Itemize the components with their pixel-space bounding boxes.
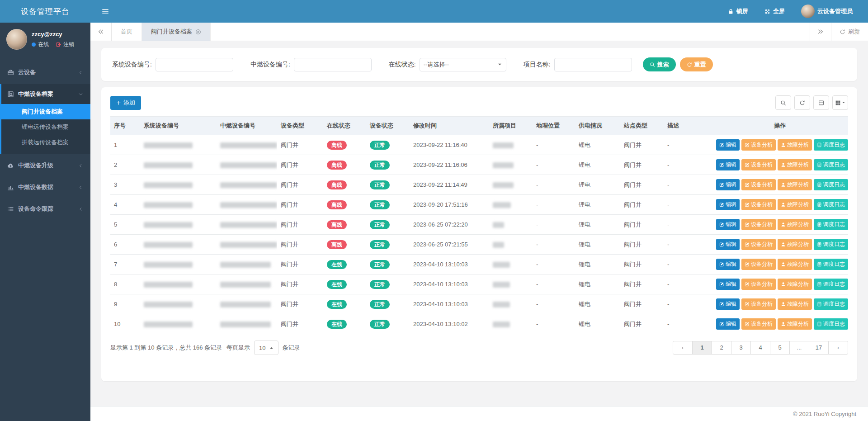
cell-station-type: 阀门井 (620, 135, 664, 155)
dispatch-log-button[interactable]: 调度日志 (814, 139, 848, 151)
online-status-select[interactable]: --请选择-- (420, 58, 506, 71)
cell-device-type: 阀门井 (277, 294, 323, 314)
prev-page-button[interactable]: ‹ (673, 341, 693, 355)
tabs-scroll-right-button[interactable] (810, 23, 831, 41)
device-analysis-button[interactable]: 设备分析 (741, 259, 776, 270)
edit-button[interactable]: 编辑 (716, 159, 740, 170)
user-menu[interactable]: 云设备管理员 (801, 5, 853, 18)
avatar[interactable] (6, 29, 27, 50)
cell-index: 6 (110, 235, 140, 255)
cell-index: 10 (110, 314, 140, 334)
redacted-project (493, 242, 504, 248)
fault-analysis-button[interactable]: 故障分析 (778, 259, 812, 270)
sidebar-item-label: 中燃设备数据 (18, 183, 74, 191)
dispatch-log-button[interactable]: 调度日志 (814, 239, 848, 250)
redacted-zr-device-no (220, 282, 271, 288)
sidebar-toggle-button[interactable] (101, 7, 109, 15)
toolbar-search-button[interactable] (775, 95, 791, 110)
fault-analysis-button[interactable]: 故障分析 (778, 318, 812, 330)
edit-icon (719, 182, 724, 187)
reset-button[interactable]: 重置 (680, 57, 713, 71)
redacted-system-device-no (144, 282, 193, 288)
tab-home[interactable]: 首页 (112, 23, 142, 41)
dispatch-log-button[interactable]: 调度日志 (814, 259, 848, 270)
tabs-scroll-left-button[interactable] (90, 23, 112, 41)
page-size-select[interactable]: 10 (254, 341, 278, 355)
dispatch-log-button[interactable]: 调度日志 (814, 159, 848, 170)
redacted-project (493, 222, 504, 228)
fault-analysis-button[interactable]: 故障分析 (778, 298, 812, 310)
device-analysis-button[interactable]: 设备分析 (741, 298, 776, 310)
tab-refresh-button[interactable]: 刷新 (831, 23, 868, 41)
fault-analysis-button[interactable]: 故障分析 (778, 199, 812, 210)
cell-description: - (664, 294, 712, 314)
project-name-input[interactable] (554, 58, 632, 71)
dispatch-log-button[interactable]: 调度日志 (814, 298, 848, 310)
edit-button[interactable]: 编辑 (716, 279, 740, 290)
dispatch-log-button[interactable]: 调度日志 (814, 318, 848, 330)
sidebar-item-cloud-device[interactable]: 云设备 (0, 62, 90, 82)
page-button-1[interactable]: 1 (692, 341, 712, 355)
next-page-button[interactable]: › (828, 341, 848, 355)
toolbar-toggle-view-button[interactable] (813, 95, 829, 110)
device-analysis-button[interactable]: 设备分析 (741, 159, 776, 170)
page-button-2[interactable]: 2 (712, 341, 731, 355)
fault-analysis-button[interactable]: 故障分析 (778, 179, 812, 190)
device-analysis-button[interactable]: 设备分析 (741, 199, 776, 210)
redacted-project (493, 322, 510, 327)
device-analysis-button[interactable]: 设备分析 (741, 139, 776, 151)
page-footer: © 2021 RuoYi Copyright (90, 406, 868, 421)
fullscreen-button[interactable]: 全屏 (764, 7, 785, 15)
device-analysis-button[interactable]: 设备分析 (741, 318, 776, 330)
edit-button[interactable]: 编辑 (716, 139, 740, 151)
edit-icon (719, 322, 724, 326)
tab-valve-well-archive[interactable]: 阀门井设备档案 (142, 23, 211, 41)
dispatch-log-button[interactable]: 调度日志 (814, 199, 848, 210)
logout-button[interactable]: 注销 (56, 41, 74, 48)
device-analysis-button[interactable]: 设备分析 (741, 239, 776, 250)
file-icon (817, 242, 822, 247)
dispatch-log-button[interactable]: 调度日志 (814, 179, 848, 190)
device-analysis-button[interactable]: 设备分析 (741, 179, 776, 190)
cell-description: - (664, 235, 712, 255)
sidebar-item-device-command-trace[interactable]: 设备命令跟踪 (0, 199, 90, 219)
lock-screen-button[interactable]: 锁屏 (728, 7, 748, 15)
sidebar-item-zr-device-upgrade[interactable]: 中燃设备升级 (0, 156, 90, 175)
sidebar-subitem-assembled-remote-device-archive[interactable]: 拼装远传设备档案 (1, 135, 90, 150)
sidebar-item-zr-device-archive[interactable]: 中燃设备档案 (1, 84, 90, 104)
search-button[interactable]: 搜索 (643, 57, 676, 71)
add-button[interactable]: 添加 (110, 96, 141, 110)
page-button-4[interactable]: 4 (750, 341, 770, 355)
device-analysis-button[interactable]: 设备分析 (741, 279, 776, 290)
fault-analysis-button[interactable]: 故障分析 (778, 139, 812, 151)
toolbar-refresh-button[interactable] (794, 95, 810, 110)
fault-analysis-button[interactable]: 故障分析 (778, 159, 812, 170)
dispatch-log-button[interactable]: 调度日志 (814, 279, 848, 290)
edit-button[interactable]: 编辑 (716, 179, 740, 190)
edit-button[interactable]: 编辑 (716, 219, 740, 230)
card-view-icon (818, 100, 824, 106)
toolbar-columns-button[interactable] (832, 95, 848, 110)
edit-button[interactable]: 编辑 (716, 199, 740, 210)
edit-button[interactable]: 编辑 (716, 318, 740, 330)
tab-close-icon[interactable] (195, 29, 201, 35)
dispatch-log-button[interactable]: 调度日志 (814, 219, 848, 230)
fault-analysis-button[interactable]: 故障分析 (778, 219, 812, 230)
sidebar-subitem-lithium-remote-device-archive[interactable]: 锂电远传设备档案 (1, 119, 90, 135)
list-icon (7, 206, 14, 213)
device-analysis-button[interactable]: 设备分析 (741, 219, 776, 230)
zr-device-no-input[interactable] (294, 58, 372, 71)
edit-button[interactable]: 编辑 (716, 259, 740, 270)
sidebar-subitem-valve-well-device-archive[interactable]: 阀门井设备档案 (1, 104, 90, 119)
edit-button[interactable]: 编辑 (716, 239, 740, 250)
system-device-no-input[interactable] (156, 58, 233, 71)
fault-analysis-button[interactable]: 故障分析 (778, 239, 812, 250)
page-button-3[interactable]: 3 (731, 341, 751, 355)
sidebar-item-zr-device-data[interactable]: 中燃设备数据 (0, 177, 90, 197)
page-button-17[interactable]: 17 (809, 341, 829, 355)
cell-modified-time: 2023-04-10 13:10:03 (410, 294, 489, 314)
online-status-badge: 离线 (327, 180, 347, 189)
edit-button[interactable]: 编辑 (716, 298, 740, 310)
fault-analysis-button[interactable]: 故障分析 (778, 279, 812, 290)
page-button-5[interactable]: 5 (770, 341, 790, 355)
